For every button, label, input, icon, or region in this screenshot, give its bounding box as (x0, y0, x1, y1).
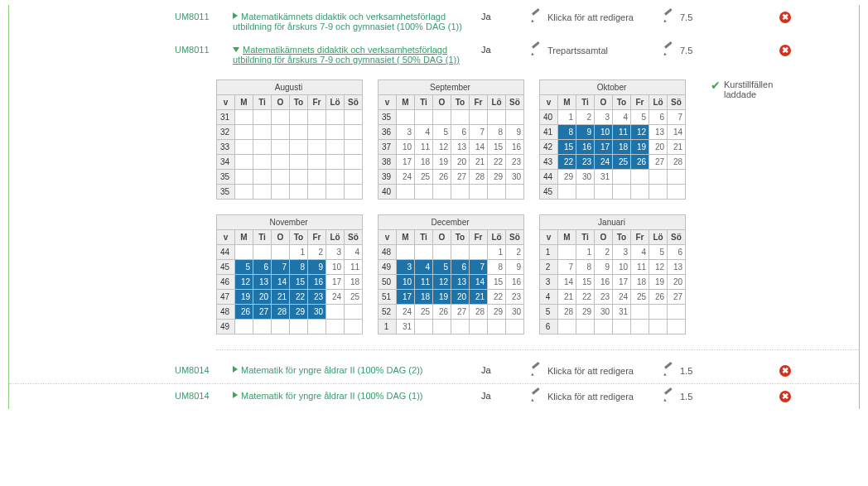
day-cell[interactable]: 19 (649, 275, 668, 290)
day-cell[interactable]: 4 (631, 245, 649, 260)
day-cell[interactable]: 23 (576, 155, 595, 170)
edit-cell[interactable]: Klicka för att redigera (531, 365, 663, 377)
day-cell[interactable]: 3 (613, 245, 631, 260)
day-cell[interactable]: 5 (433, 125, 451, 140)
day-cell[interactable]: 25 (345, 290, 363, 305)
day-cell[interactable]: 11 (345, 260, 363, 275)
day-cell[interactable]: 21 (272, 290, 290, 305)
day-cell[interactable]: 20 (668, 275, 686, 290)
day-cell[interactable]: 7 (470, 260, 488, 275)
day-cell[interactable]: 14 (272, 275, 290, 290)
day-cell[interactable]: 10 (397, 140, 415, 155)
day-cell[interactable]: 27 (649, 155, 668, 170)
day-cell[interactable]: 18 (613, 140, 631, 155)
day-cell[interactable]: 30 (595, 305, 613, 320)
day-cell[interactable]: 28 (668, 155, 686, 170)
day-cell[interactable]: 20 (451, 155, 470, 170)
day-cell[interactable]: 6 (668, 245, 686, 260)
day-cell[interactable]: 7 (470, 125, 488, 140)
day-cell[interactable]: 18 (415, 155, 433, 170)
day-cell[interactable]: 3 (326, 245, 345, 260)
day-cell[interactable]: 21 (470, 290, 488, 305)
day-cell[interactable]: 8 (290, 260, 308, 275)
day-cell[interactable]: 12 (433, 140, 451, 155)
day-cell[interactable]: 29 (576, 305, 595, 320)
day-cell[interactable]: 5 (631, 110, 649, 125)
day-cell[interactable]: 9 (506, 260, 524, 275)
day-cell[interactable]: 10 (326, 260, 345, 275)
day-cell[interactable]: 31 (613, 305, 631, 320)
day-cell[interactable]: 29 (558, 170, 576, 185)
day-cell[interactable]: 21 (470, 155, 488, 170)
day-cell[interactable]: 30 (506, 170, 524, 185)
day-cell[interactable]: 16 (308, 275, 326, 290)
day-cell[interactable]: 30 (506, 305, 524, 320)
day-cell[interactable]: 17 (595, 140, 613, 155)
day-cell[interactable]: 19 (433, 290, 451, 305)
day-cell[interactable]: 31 (397, 320, 415, 334)
day-cell[interactable]: 26 (235, 305, 253, 320)
day-cell[interactable]: 12 (235, 275, 253, 290)
day-cell[interactable]: 1 (290, 245, 308, 260)
day-cell[interactable]: 14 (668, 125, 686, 140)
day-cell[interactable]: 2 (595, 245, 613, 260)
day-cell[interactable]: 31 (595, 170, 613, 185)
day-cell[interactable]: 15 (576, 275, 595, 290)
expand-icon[interactable] (233, 12, 238, 19)
day-cell[interactable]: 24 (613, 290, 631, 305)
day-cell[interactable]: 24 (397, 305, 415, 320)
day-cell[interactable]: 28 (470, 305, 488, 320)
course-title-link[interactable]: Matematik för yngre åldrar II (100% DAG … (241, 391, 422, 401)
day-cell[interactable]: 18 (631, 275, 649, 290)
day-cell[interactable]: 13 (253, 275, 272, 290)
day-cell[interactable]: 11 (415, 275, 433, 290)
day-cell[interactable]: 9 (576, 125, 595, 140)
day-cell[interactable]: 11 (613, 125, 631, 140)
day-cell[interactable]: 28 (558, 305, 576, 320)
day-cell[interactable]: 18 (345, 275, 363, 290)
delete-icon[interactable]: ✖ (779, 365, 791, 377)
day-cell[interactable]: 10 (595, 125, 613, 140)
hp-cell[interactable]: 7.5 (663, 12, 705, 23)
day-cell[interactable]: 17 (397, 155, 415, 170)
day-cell[interactable]: 29 (290, 305, 308, 320)
day-cell[interactable]: 20 (253, 290, 272, 305)
day-cell[interactable]: 17 (613, 275, 631, 290)
day-cell[interactable]: 15 (488, 275, 506, 290)
delete-icon[interactable]: ✖ (779, 391, 791, 402)
day-cell[interactable]: 26 (631, 155, 649, 170)
day-cell[interactable]: 25 (631, 290, 649, 305)
expand-icon[interactable] (233, 366, 238, 373)
day-cell[interactable]: 25 (415, 305, 433, 320)
day-cell[interactable]: 26 (433, 170, 451, 185)
day-cell[interactable]: 1 (488, 245, 506, 260)
day-cell[interactable]: 16 (506, 275, 524, 290)
day-cell[interactable]: 13 (451, 140, 470, 155)
edit-cell[interactable]: Trepartssamtal (531, 45, 663, 56)
course-title-link[interactable]: Matematikämnets didaktik och verksamhets… (233, 12, 462, 31)
edit-cell[interactable]: Klicka för att redigera (531, 12, 663, 23)
day-cell[interactable]: 24 (326, 290, 345, 305)
day-cell[interactable]: 4 (345, 245, 363, 260)
day-cell[interactable]: 30 (576, 170, 595, 185)
day-cell[interactable]: 8 (488, 260, 506, 275)
day-cell[interactable]: 12 (649, 260, 668, 275)
day-cell[interactable]: 25 (613, 155, 631, 170)
expand-icon[interactable] (233, 392, 238, 398)
day-cell[interactable]: 24 (397, 170, 415, 185)
day-cell[interactable]: 22 (290, 290, 308, 305)
day-cell[interactable]: 4 (415, 260, 433, 275)
day-cell[interactable]: 21 (668, 140, 686, 155)
day-cell[interactable]: 12 (433, 275, 451, 290)
hp-cell[interactable]: 1.5 (663, 365, 705, 377)
day-cell[interactable]: 30 (308, 305, 326, 320)
day-cell[interactable]: 3 (595, 110, 613, 125)
day-cell[interactable]: 3 (397, 125, 415, 140)
day-cell[interactable]: 24 (595, 155, 613, 170)
course-title-link[interactable]: Matematikämnets didaktik och verksamhets… (233, 45, 460, 65)
day-cell[interactable]: 19 (433, 155, 451, 170)
day-cell[interactable]: 4 (415, 125, 433, 140)
day-cell[interactable]: 5 (649, 245, 668, 260)
day-cell[interactable]: 2 (506, 245, 524, 260)
day-cell[interactable]: 21 (558, 290, 576, 305)
